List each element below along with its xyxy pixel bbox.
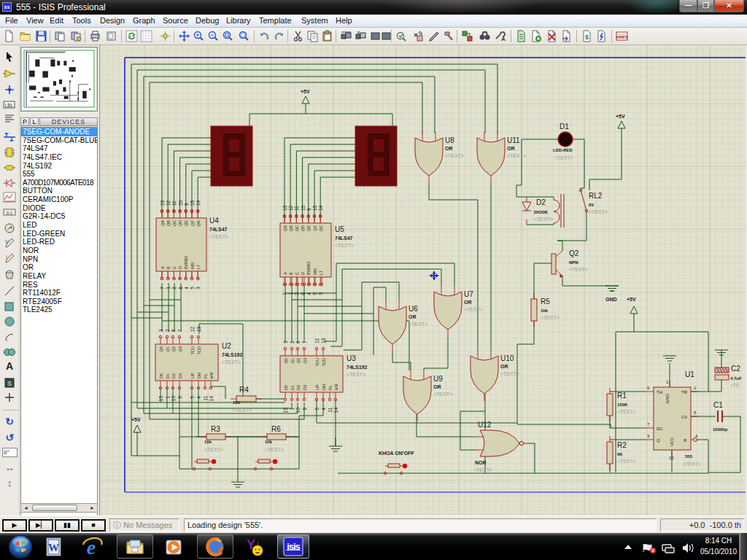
svg-text:10k: 10k xyxy=(233,400,241,405)
svg-text:LT: LT xyxy=(196,264,201,269)
svg-text:3: 3 xyxy=(196,287,201,289)
svg-text:Q1: Q1 xyxy=(290,358,295,363)
svg-text:OR: OR xyxy=(507,146,515,151)
svg-text:14: 14 xyxy=(318,205,323,211)
svg-text:<TEXT>: <TEXT> xyxy=(233,408,252,413)
svg-text:11: 11 xyxy=(171,201,177,206)
svg-text:QB: QB xyxy=(289,225,293,231)
svg-text:B: B xyxy=(289,272,293,275)
svg-text:5: 5 xyxy=(190,287,195,289)
svg-text:<TEXT>: <TEXT> xyxy=(222,359,241,365)
svg-text:<TEXT>: <TEXT> xyxy=(500,371,519,376)
svg-text:CV: CV xyxy=(681,415,687,419)
svg-text:<TEXT>: <TEXT> xyxy=(409,322,427,327)
svg-text:10k: 10k xyxy=(265,440,273,444)
svg-text:V: V xyxy=(5,239,9,244)
svg-text:BI/RBO: BI/RBO xyxy=(184,255,188,269)
svg-text:<TEXT>: <TEXT> xyxy=(617,459,636,464)
svg-text:QF: QF xyxy=(190,219,195,225)
svg-text:QC: QC xyxy=(172,220,177,226)
svg-text:QA: QA xyxy=(283,225,287,231)
svg-text:7: 7 xyxy=(282,292,287,295)
svg-text:9: 9 xyxy=(184,203,189,206)
svg-text:QE: QE xyxy=(184,220,188,226)
svg-text:$: $ xyxy=(585,34,589,41)
svg-text:11: 11 xyxy=(203,396,208,401)
svg-text:U10: U10 xyxy=(500,354,514,362)
svg-text:<TEXT>: <TEXT> xyxy=(682,462,701,467)
svg-text:QB: QB xyxy=(166,220,171,226)
svg-text:Q2: Q2 xyxy=(171,346,176,351)
svg-text:U4: U4 xyxy=(209,217,219,225)
svg-text:15: 15 xyxy=(283,408,288,413)
svg-text:4: 4 xyxy=(196,396,201,399)
svg-text:6: 6 xyxy=(301,292,306,295)
svg-text:U7: U7 xyxy=(464,290,473,298)
svg-text:Q2: Q2 xyxy=(569,249,579,257)
svg-text:<TEXT>: <TEXT> xyxy=(445,153,464,158)
svg-text:<TEXT>: <TEXT> xyxy=(265,447,284,452)
svg-text:A: A xyxy=(160,266,165,269)
svg-text:R6: R6 xyxy=(271,425,281,433)
svg-text:10k: 10k xyxy=(541,308,549,313)
svg-text:QE: QE xyxy=(306,225,311,231)
svg-text:I: I xyxy=(6,254,7,260)
svg-text:VCC: VCC xyxy=(670,437,674,446)
svg-text:U1: U1 xyxy=(685,370,694,378)
svg-text:15: 15 xyxy=(312,205,317,211)
svg-text:D0: D0 xyxy=(284,385,288,390)
svg-text:11: 11 xyxy=(294,206,299,211)
svg-text:10: 10 xyxy=(178,200,183,206)
svg-text:Q2: Q2 xyxy=(296,358,301,363)
svg-text:10: 10 xyxy=(295,408,301,413)
svg-text:DN: DN xyxy=(197,373,201,378)
svg-text:QA: QA xyxy=(160,220,165,226)
svg-text:10: 10 xyxy=(301,205,306,211)
svg-text:1: 1 xyxy=(165,396,170,399)
svg-text:4: 4 xyxy=(306,292,311,295)
svg-text:B: B xyxy=(166,266,171,269)
svg-text:10: 10 xyxy=(669,456,674,460)
svg-text:LT: LT xyxy=(319,270,323,275)
svg-text:<TEXT>: <TEXT> xyxy=(347,372,365,377)
svg-text:1: 1 xyxy=(288,292,293,295)
svg-text:S: S xyxy=(7,380,12,387)
svg-text:2: 2 xyxy=(290,341,295,343)
svg-text:D2: D2 xyxy=(536,198,546,206)
svg-text:TCD: TCD xyxy=(197,346,201,354)
svg-text:RBI: RBI xyxy=(190,262,195,269)
svg-text:<TEXT>: <TEXT> xyxy=(507,153,526,158)
svg-text:D2: D2 xyxy=(171,373,176,378)
svg-text:Q1: Q1 xyxy=(166,346,170,351)
svg-text:GND: GND xyxy=(605,297,617,302)
svg-text:6V: 6V xyxy=(589,203,594,207)
svg-text:9: 9 xyxy=(302,408,307,411)
svg-text:2: 2 xyxy=(294,292,299,295)
svg-text:5: 5 xyxy=(314,408,320,411)
svg-text:D3: D3 xyxy=(178,373,182,378)
svg-text:<TEXT>: <TEXT> xyxy=(569,267,588,272)
svg-text:PL: PL xyxy=(328,385,333,390)
svg-text:2: 2 xyxy=(171,287,177,289)
svg-text:74LS192: 74LS192 xyxy=(222,352,243,357)
svg-text:7: 7 xyxy=(302,341,307,343)
svg-text:+5V: +5V xyxy=(616,114,625,119)
svg-text:DIODE: DIODE xyxy=(534,210,548,214)
svg-text:D2: D2 xyxy=(296,385,301,390)
svg-text:150K: 150K xyxy=(617,402,628,407)
svg-text:U6: U6 xyxy=(409,305,418,313)
svg-text:LBL: LBL xyxy=(5,103,14,108)
svg-text:<TE: <TE xyxy=(730,383,740,388)
svg-text:6K: 6K xyxy=(617,452,623,456)
svg-text:7: 7 xyxy=(177,329,182,332)
svg-text:DN: DN xyxy=(322,384,326,390)
svg-text:U5: U5 xyxy=(335,225,344,233)
svg-text:4: 4 xyxy=(184,287,189,289)
svg-text:OR: OR xyxy=(464,300,472,305)
svg-text:TR: TR xyxy=(681,390,688,394)
svg-text:R: R xyxy=(684,438,687,443)
svg-text:3: 3 xyxy=(318,292,323,295)
svg-text:10000p: 10000p xyxy=(713,427,728,432)
svg-text:12: 12 xyxy=(288,205,293,211)
svg-text:13: 13 xyxy=(196,326,201,332)
